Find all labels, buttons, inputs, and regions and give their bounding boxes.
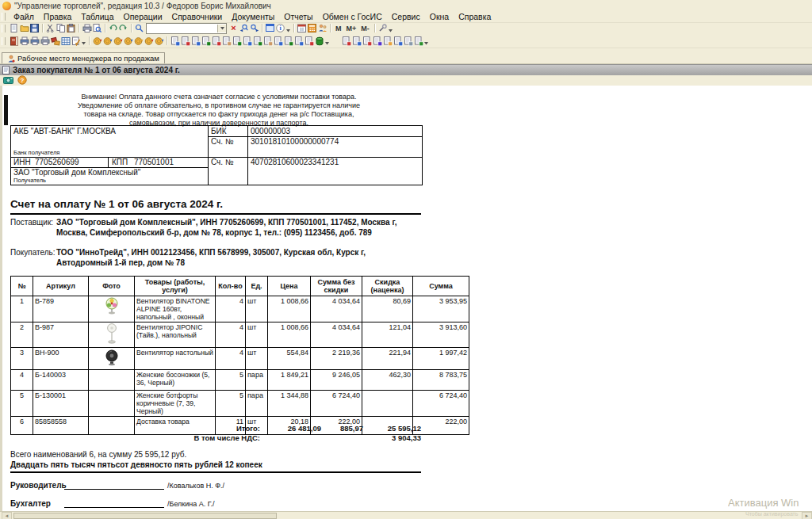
requirement-icon[interactable] — [273, 36, 283, 46]
menu-item[interactable]: Окна — [425, 12, 454, 21]
database-icon[interactable] — [314, 36, 324, 46]
memory-recall-button[interactable]: M — [333, 25, 344, 32]
menu-item[interactable]: Отчеты — [279, 12, 317, 21]
goods-issue-icon[interactable] — [211, 36, 221, 46]
about-icon[interactable]: i — [275, 23, 285, 33]
new-supplier-order-icon[interactable] — [351, 36, 362, 46]
menu-item[interactable]: Документы — [227, 12, 279, 21]
users-icon[interactable] — [317, 23, 327, 33]
horizontal-scrollbar[interactable]: ◄ ► — [0, 511, 812, 519]
clear-search-icon[interactable]: × — [228, 23, 239, 33]
service-settings-icon[interactable] — [377, 23, 388, 33]
retail-report-icon[interactable] — [242, 36, 252, 46]
menu-item[interactable]: Справка — [454, 12, 496, 21]
print-current-icon[interactable] — [3, 75, 13, 86]
footer-rule — [10, 471, 421, 473]
menu-item[interactable]: Обмен с ГосИС — [318, 12, 387, 21]
cell-unit: шт — [246, 296, 268, 322]
calendar-icon[interactable] — [297, 23, 307, 33]
help-icon[interactable]: ? — [17, 75, 27, 86]
report-print-icon[interactable] — [40, 36, 50, 46]
documents-menu-caret[interactable] — [423, 35, 429, 47]
print-menu-caret[interactable] — [81, 35, 86, 47]
adjustment-icon[interactable] — [283, 36, 293, 46]
reconciliation-icon[interactable] — [293, 36, 304, 46]
menu-item[interactable]: Таблица — [76, 12, 118, 21]
search-combobox[interactable] — [146, 23, 227, 34]
redo-icon[interactable] — [118, 23, 128, 33]
advance-icon[interactable] — [144, 36, 154, 46]
menu-item[interactable]: Сервис — [387, 12, 425, 21]
search-input[interactable] — [147, 24, 217, 33]
save-icon[interactable] — [29, 23, 40, 33]
print-form-icon[interactable] — [19, 36, 29, 46]
new-cash-receipt-icon[interactable] — [362, 36, 372, 46]
scrollbar-thumb[interactable] — [13, 513, 277, 519]
ledger-icon[interactable] — [9, 36, 19, 46]
transfer-icon[interactable] — [221, 36, 232, 46]
supplier-order-icon[interactable] — [180, 36, 190, 46]
cash-out-icon[interactable] — [102, 36, 113, 46]
new-buyer-order-icon[interactable] — [341, 36, 351, 46]
new-window-icon[interactable] — [265, 23, 275, 33]
buyer-order-icon[interactable] — [170, 36, 180, 46]
find-icon[interactable] — [134, 23, 144, 33]
find-previous-icon[interactable] — [239, 23, 249, 33]
spreadsheet-print-icon[interactable] — [29, 36, 40, 46]
writeoff-icon[interactable] — [304, 36, 314, 46]
return-in-icon[interactable] — [252, 36, 262, 46]
ruble-icon[interactable] — [133, 36, 144, 46]
print-icon[interactable] — [82, 23, 92, 33]
product-photo-fan-colorful — [104, 297, 120, 315]
memory-subtract-button[interactable]: M- — [358, 25, 372, 32]
inventory-icon[interactable] — [232, 36, 242, 46]
sales-invoice-icon[interactable] — [190, 36, 201, 46]
new-document-icon[interactable] — [9, 23, 19, 33]
document-window-title: Заказ покупателя № 1 от 06 августа 2024 … — [13, 66, 180, 74]
menu-bar: ФайлПравкаТаблицаОперацииСправочникиДоку… — [0, 11, 812, 23]
debt-icon[interactable] — [154, 36, 164, 46]
open-icon[interactable] — [19, 23, 29, 33]
workspace-icon — [7, 55, 15, 63]
payment-out-icon[interactable] — [123, 36, 133, 46]
edit-document-icon[interactable] — [71, 36, 81, 46]
toolbar2-grip[interactable] — [2, 37, 6, 45]
toolbar1-grip[interactable] — [2, 25, 6, 32]
goods-receipt-icon[interactable] — [201, 36, 211, 46]
price-tags-icon[interactable] — [50, 36, 60, 46]
cell-row-number: 4 — [11, 370, 33, 391]
menu-item[interactable]: Правка — [39, 12, 76, 21]
scroll-left-button[interactable]: ◄ — [2, 512, 12, 519]
post-document-icon[interactable] — [413, 36, 423, 46]
copy-document-icon[interactable] — [393, 36, 403, 46]
copy-icon[interactable] — [56, 23, 66, 33]
cell-total: 1 997,42 — [413, 348, 469, 370]
find-next-icon[interactable] — [249, 23, 259, 33]
menu-item[interactable]: Операции — [118, 12, 167, 21]
toolbar-options-caret[interactable] — [388, 22, 393, 34]
document-journal-icon[interactable] — [403, 36, 413, 46]
new-invoice-icon[interactable] — [382, 36, 393, 46]
table-row: 3ВН-900Вентилятор настольный4шт554,842 2… — [11, 348, 469, 370]
section-marker[interactable] — [4, 95, 8, 125]
info-menu-caret[interactable] — [285, 22, 291, 34]
1c-logo-icon — [2, 2, 11, 10]
return-out-icon[interactable] — [262, 36, 273, 46]
scroll-right-button[interactable]: ► — [802, 512, 812, 519]
menu-item[interactable]: Файл — [9, 12, 39, 21]
cut-icon[interactable] — [45, 23, 56, 33]
menubar-grip[interactable] — [2, 13, 6, 21]
new-payment-order-icon[interactable] — [372, 36, 382, 46]
tab-sales-manager-workspace[interactable]: Рабочее место менеджера по продажам — [2, 52, 165, 63]
menu-item[interactable]: Справочники — [167, 12, 228, 21]
print-preview-icon[interactable] — [92, 23, 102, 33]
search-dropdown-caret[interactable] — [217, 25, 226, 32]
payment-in-icon[interactable] — [113, 36, 123, 46]
calculator-icon[interactable] — [307, 23, 317, 33]
commerce-menu-caret[interactable] — [324, 35, 330, 47]
memory-add-button[interactable]: M+ — [344, 25, 359, 32]
paste-icon[interactable] — [66, 23, 76, 33]
showcase-icon[interactable] — [60, 36, 71, 46]
undo-icon[interactable] — [108, 23, 118, 33]
cash-in-icon[interactable] — [92, 36, 102, 46]
